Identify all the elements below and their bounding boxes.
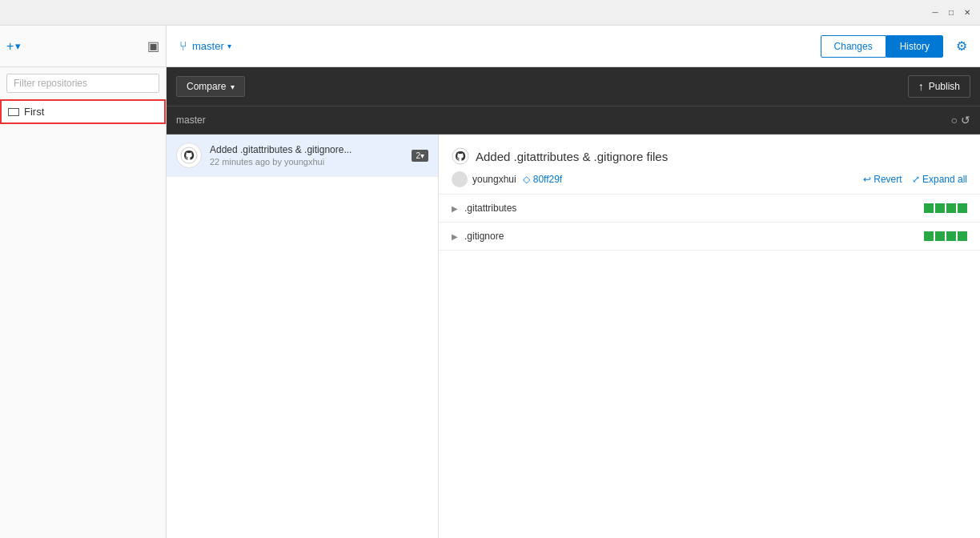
branch-icon: ⑂ (179, 39, 187, 54)
minimize-button[interactable]: ─ (929, 6, 942, 19)
svg-point-1 (452, 148, 468, 164)
addition-block (946, 231, 956, 241)
diff-title-text: Added .gitattributes & .gitignore files (476, 150, 668, 163)
file-row[interactable]: ▶.gitignore (439, 223, 980, 251)
tab-history-button[interactable]: History (886, 35, 943, 58)
diff-hash-value: 80ff29f (533, 174, 562, 185)
revert-button[interactable]: ↩ Revert (863, 174, 902, 185)
settings-button[interactable]: ⚙ (956, 38, 967, 54)
maximize-button[interactable]: □ (945, 6, 958, 19)
file-list: ▶.gitattributes▶.gitignore (439, 195, 980, 251)
file-chevron-icon: ▶ (452, 232, 458, 241)
addition-block (935, 203, 945, 213)
expand-icon: ⤢ (912, 174, 920, 185)
revert-label: Revert (874, 174, 902, 185)
main-content: ⑂ master ▾ Changes History ⚙ Compare ▾ ↑… (167, 26, 980, 538)
commit-message: Added .gitattributes & .gitignore... (210, 144, 405, 155)
file-row[interactable]: ▶.gitattributes (439, 195, 980, 223)
file-chevron-icon: ▶ (452, 204, 458, 213)
file-additions (924, 231, 967, 241)
compare-button[interactable]: Compare ▾ (176, 76, 245, 97)
sidebar-item-label: First (24, 106, 44, 118)
sidebar: + ▾ ▣ First (0, 26, 167, 538)
app-body: + ▾ ▣ First ⑂ master ▾ Changes History ⚙ (0, 26, 980, 538)
tab-changes-button[interactable]: Changes (821, 35, 886, 58)
commit-avatar (176, 143, 202, 168)
branch-bar-name: master (176, 114, 948, 126)
compare-caret-icon: ▾ (231, 82, 235, 91)
sidebar-toggle-button[interactable]: ▣ (147, 38, 159, 54)
addition-block (946, 203, 956, 213)
revert-icon: ↩ (863, 174, 871, 185)
toolbar-dark: Compare ▾ ↑ Publish (167, 67, 980, 106)
diff-actions: ↩ Revert ⤢ Expand all (863, 174, 967, 185)
addition-block (924, 203, 934, 213)
addition-block (935, 231, 945, 241)
sidebar-toolbar: + ▾ ▣ (0, 26, 166, 67)
diff-commit-title: Added .gitattributes & .gitignore files (452, 147, 967, 165)
sync-circle-icon: ○ (951, 114, 958, 126)
expand-all-button[interactable]: ⤢ Expand all (912, 174, 967, 185)
plus-icon: + (6, 39, 14, 54)
diff-hash[interactable]: ◇ 80ff29f (523, 174, 562, 185)
compare-label: Compare (187, 81, 226, 92)
sidebar-item-first[interactable]: First (0, 99, 166, 124)
branch-bar-icons: ○ ↺ (948, 114, 970, 126)
addition-block (924, 231, 934, 241)
add-repository-button[interactable]: + ▾ (6, 39, 21, 54)
file-name: .gitignore (464, 231, 924, 242)
commit-info: Added .gitattributes & .gitignore... 22 … (210, 144, 405, 167)
diff-pane: Added .gitattributes & .gitignore files … (439, 134, 980, 538)
hash-icon: ◇ (523, 174, 530, 185)
publish-button[interactable]: ↑ Publish (908, 75, 970, 98)
commit-item[interactable]: Added .gitattributes & .gitignore... 22 … (167, 134, 438, 177)
file-name: .gitattributes (464, 203, 924, 214)
commit-badge[interactable]: 2▾ (412, 150, 428, 162)
repo-icon (8, 108, 19, 116)
branch-caret-icon: ▾ (227, 42, 231, 50)
commit-list-pane: Added .gitattributes & .gitignore... 22 … (167, 134, 439, 538)
filter-repositories-input[interactable] (6, 74, 159, 93)
diff-username: youngxhui (472, 174, 516, 185)
branch-name: master (192, 40, 224, 52)
top-bar: ⑂ master ▾ Changes History ⚙ (167, 26, 980, 67)
sidebar-filter-container (0, 67, 166, 99)
diff-meta: youngxhui ◇ 80ff29f ↩ Revert ⤢ (452, 171, 967, 187)
history-container: Added .gitattributes & .gitignore... 22 … (167, 134, 980, 538)
addition-block (958, 203, 967, 213)
github-title-icon (452, 147, 469, 165)
addition-block (958, 231, 967, 241)
diff-user-avatar (452, 171, 468, 187)
sync-arrows-icon: ↺ (961, 114, 970, 126)
commit-meta: 22 minutes ago by youngxhui (210, 157, 405, 167)
diff-header: Added .gitattributes & .gitignore files … (439, 134, 980, 195)
title-bar: ─ □ ✕ (0, 0, 980, 26)
close-button[interactable]: ✕ (961, 6, 974, 19)
svg-point-0 (181, 147, 197, 163)
publish-label: Publish (929, 81, 960, 92)
expand-all-label: Expand all (922, 174, 967, 185)
branch-bar: master ○ ↺ (167, 106, 980, 134)
file-additions (924, 203, 967, 213)
add-caret-icon: ▾ (15, 40, 21, 52)
publish-icon: ↑ (918, 80, 924, 93)
